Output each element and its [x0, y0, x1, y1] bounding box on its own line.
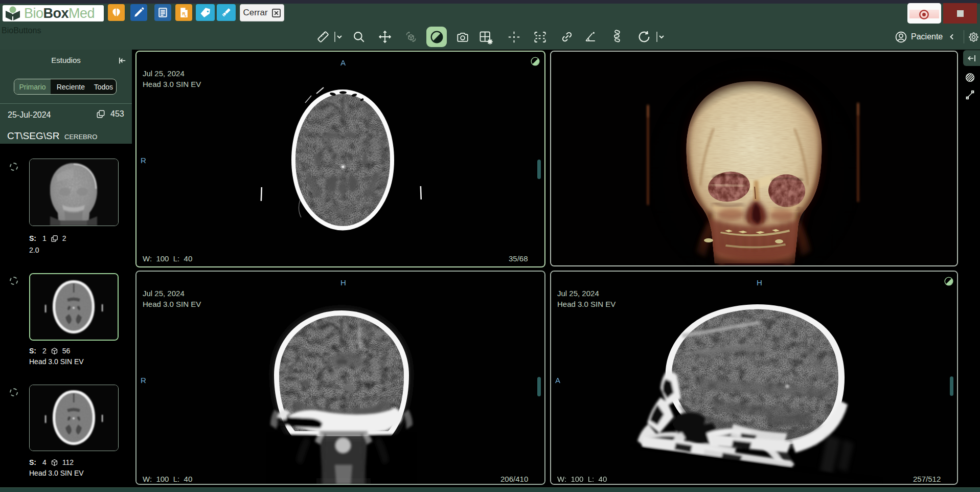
svg-text:x: x: [185, 14, 187, 17]
